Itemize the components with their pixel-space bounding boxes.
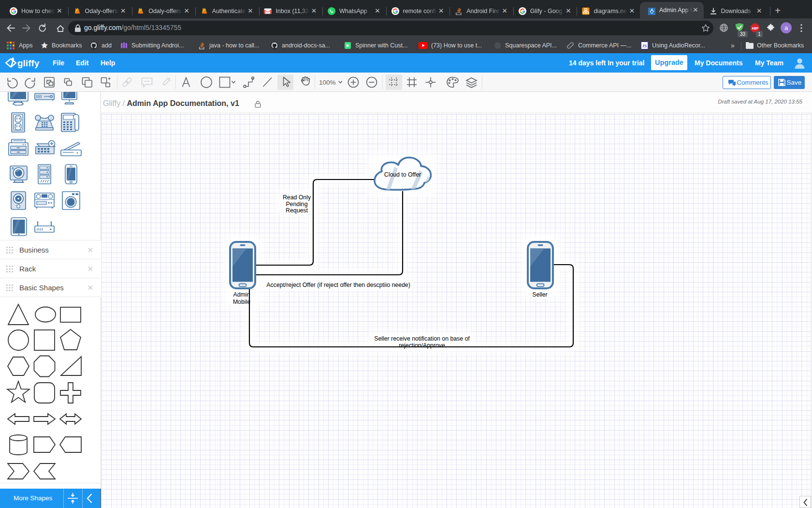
svg-text:Cloud to Offer: Cloud to Offer — [384, 171, 421, 178]
svg-text:100%: 100% — [319, 79, 336, 86]
svg-text:Pending: Pending — [286, 201, 307, 208]
svg-text:Seller: Seller — [532, 291, 547, 298]
svg-text:gliffy: gliffy — [17, 58, 40, 68]
svg-text:rejection/Approve: rejection/Approve — [399, 342, 445, 349]
svg-text:Accept/reject Offer (if reject: Accept/reject Offer (if reject offer the… — [266, 282, 410, 288]
svg-text:Request: Request — [286, 207, 308, 214]
svg-text:Seller receive notification on: Seller receive notification on base of — [374, 335, 470, 342]
svg-text:Admin: Admin — [233, 291, 250, 298]
svg-text:Read Only: Read Only — [283, 194, 311, 201]
svg-text:Mobile: Mobile — [233, 299, 250, 305]
svg-text:ABP: ABP — [752, 27, 759, 30]
svg-text:JS: JS — [642, 44, 647, 48]
